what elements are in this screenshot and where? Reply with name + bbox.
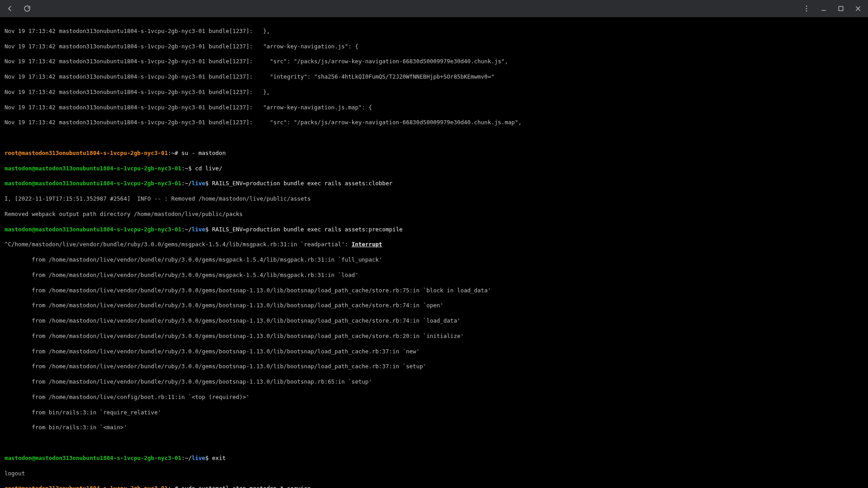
log-line: Nov 19 17:13:42 mastodon313onubuntu1804-… [5,28,863,35]
dots-vertical-icon [802,5,811,13]
svg-point-0 [806,6,807,7]
interrupt-label: Interrupt [352,241,382,248]
command-text: cd live/ [192,165,222,172]
prompt-line: mastodon@mastodon313onubuntu1804-s-1vcpu… [5,165,863,173]
log-line: Nov 19 17:13:42 mastodon313onubuntu1804-… [5,119,863,127]
prompt-dir: live [192,180,205,187]
window-titlebar [0,0,868,17]
prompt-path: :~/ [181,226,192,233]
prompt-line: mastodon@mastodon313onubuntu1804-s-1vcpu… [5,180,863,188]
prompt-line: mastodon@mastodon313onubuntu1804-s-1vcpu… [5,226,863,234]
command-text: exit [209,455,226,461]
log-line [5,134,863,142]
prompt-path: :~/ [181,455,192,461]
log-line: logout [5,470,863,478]
stacktrace-line: from /home/mastodon/live/vendor/bundle/r… [5,363,863,371]
prompt-user: mastodon@mastodon313onubuntu1804-s-1vcpu… [5,226,181,233]
prompt-sigil: $ [205,455,209,461]
prompt-line: root@mastodon313onubuntu1804-s-1vcpu-2gb… [5,150,863,157]
back-button[interactable] [5,3,15,14]
svg-point-1 [806,8,807,9]
prompt-dir: live [192,226,205,233]
trace-text: ^C/home/mastodon/live/vendor/bundle/ruby… [5,241,352,248]
prompt-line: mastodon@mastodon313onubuntu1804-s-1vcpu… [5,455,863,462]
log-line [5,439,863,447]
stacktrace-line: from /home/mastodon/live/vendor/bundle/r… [5,333,863,340]
stacktrace-line: from /home/mastodon/live/vendor/bundle/r… [5,302,863,310]
log-line: Nov 19 17:13:42 mastodon313onubuntu1804-… [5,89,863,96]
stacktrace-line: from /home/mastodon/live/vendor/bundle/r… [5,348,863,356]
log-line: I, [2022-11-19T17:15:51.352987 #2564] IN… [5,195,863,203]
prompt-path: :~# [168,485,178,488]
command-text: RAILS_ENV=production bundle exec rails a… [209,226,403,233]
prompt-user: mastodon@mastodon313onubuntu1804-s-1vcpu… [5,180,181,187]
close-icon [854,5,862,12]
prompt-user: root@mastodon313onubuntu1804-s-1vcpu-2gb… [5,150,168,156]
maximize-button[interactable] [835,3,846,14]
reload-button[interactable] [22,3,33,14]
menu-button[interactable] [801,3,812,14]
log-line: Nov 19 17:13:42 mastodon313onubuntu1804-… [5,43,863,51]
stacktrace-line: from bin/rails:3:in `require_relative' [5,409,863,417]
prompt-path: :~# [168,150,178,156]
arrow-left-icon [6,5,14,13]
stacktrace-line: from /home/mastodon/live/vendor/bundle/r… [5,287,863,295]
svg-point-2 [806,10,807,11]
command-text: sudo systemctl stop mastodon-*.service [178,485,311,488]
stacktrace-line: from /home/mastodon/live/vendor/bundle/r… [5,317,863,325]
minimize-button[interactable] [818,3,829,14]
maximize-icon [837,5,844,12]
log-line: Nov 19 17:13:42 mastodon313onubuntu1804-… [5,73,863,81]
stacktrace-line: from /home/mastodon/live/vendor/bundle/r… [5,378,863,386]
stacktrace-line: from /home/mastodon/live/vendor/bundle/r… [5,256,863,264]
prompt-user: mastodon@mastodon313onubuntu1804-s-1vcpu… [5,165,181,172]
prompt-path: :~$ [181,165,192,172]
log-line: Nov 19 17:13:42 mastodon313onubuntu1804-… [5,104,863,112]
prompt-dir: live [192,455,205,461]
terminal-output[interactable]: Nov 19 17:13:42 mastodon313onubuntu1804-… [0,17,868,488]
prompt-line: root@mastodon313onubuntu1804-s-1vcpu-2gb… [5,485,863,488]
log-line: Removed webpack output path directory /h… [5,211,863,218]
prompt-user: mastodon@mastodon313onubuntu1804-s-1vcpu… [5,455,181,461]
reload-icon [23,5,31,13]
log-line: Nov 19 17:13:42 mastodon313onubuntu1804-… [5,58,863,66]
titlebar-left [5,3,33,14]
minimize-icon [820,5,827,12]
close-button[interactable] [853,3,863,14]
prompt-user: root@mastodon313onubuntu1804-s-1vcpu-2gb… [5,485,168,488]
svg-rect-3 [839,6,843,10]
command-text: RAILS_ENV=production bundle exec rails a… [209,180,392,187]
stacktrace-line: from /home/mastodon/live/config/boot.rb:… [5,394,863,401]
prompt-sigil: $ [205,226,209,233]
titlebar-right [801,3,863,14]
command-text: su - mastodon [178,150,226,156]
stacktrace-line: from bin/rails:3:in `<main>' [5,424,863,432]
prompt-sigil: $ [205,180,209,187]
stacktrace-line: from /home/mastodon/live/vendor/bundle/r… [5,272,863,279]
stacktrace-line: ^C/home/mastodon/live/vendor/bundle/ruby… [5,241,863,249]
prompt-path: :~/ [181,180,192,187]
